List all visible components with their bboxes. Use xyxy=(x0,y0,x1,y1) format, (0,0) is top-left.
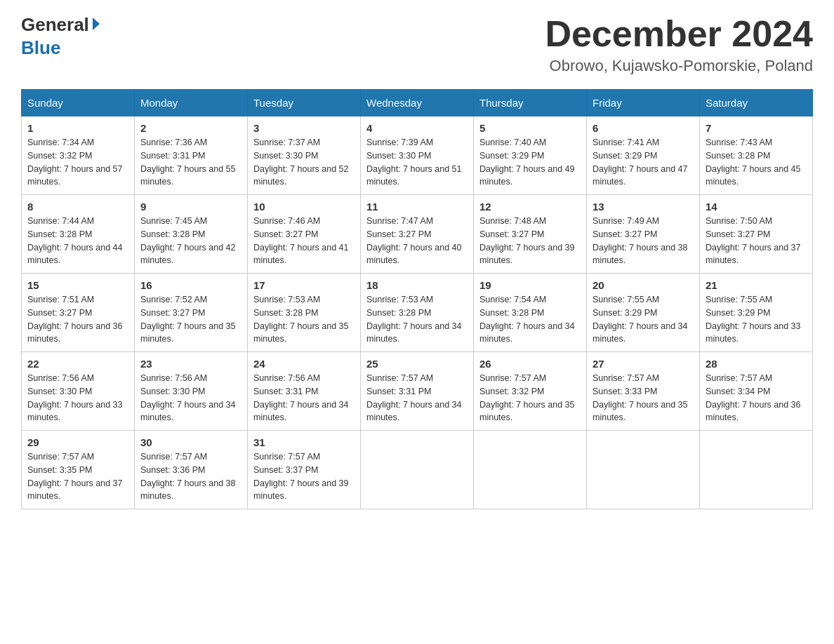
header-sunday: Sunday xyxy=(22,90,135,116)
day-number: 4 xyxy=(366,122,468,134)
day-number: 15 xyxy=(27,279,128,291)
day-info: Sunrise: 7:57 AMSunset: 3:34 PMDaylight:… xyxy=(706,372,807,424)
calendar-cell: 28Sunrise: 7:57 AMSunset: 3:34 PMDayligh… xyxy=(700,352,813,431)
day-info: Sunrise: 7:50 AMSunset: 3:27 PMDaylight:… xyxy=(706,215,807,267)
day-number: 24 xyxy=(253,358,355,370)
header-monday: Monday xyxy=(135,90,248,116)
calendar-cell: 2Sunrise: 7:36 AMSunset: 3:31 PMDaylight… xyxy=(135,116,248,195)
calendar-cell: 21Sunrise: 7:55 AMSunset: 3:29 PMDayligh… xyxy=(700,274,813,352)
month-year-heading: December 2024 xyxy=(545,14,813,54)
day-info: Sunrise: 7:57 AMSunset: 3:33 PMDaylight:… xyxy=(593,372,694,424)
header-wednesday: Wednesday xyxy=(361,90,474,116)
calendar-cell: 7Sunrise: 7:43 AMSunset: 3:28 PMDaylight… xyxy=(700,116,813,195)
calendar-cell: 26Sunrise: 7:57 AMSunset: 3:32 PMDayligh… xyxy=(474,352,587,431)
day-number: 17 xyxy=(253,279,355,291)
day-number: 12 xyxy=(479,201,581,213)
calendar-week-row: 8Sunrise: 7:44 AMSunset: 3:28 PMDaylight… xyxy=(22,195,813,274)
calendar-week-row: 22Sunrise: 7:56 AMSunset: 3:30 PMDayligh… xyxy=(22,352,813,431)
calendar-cell xyxy=(587,431,700,509)
calendar-cell: 9Sunrise: 7:45 AMSunset: 3:28 PMDaylight… xyxy=(135,195,248,274)
day-info: Sunrise: 7:37 AMSunset: 3:30 PMDaylight:… xyxy=(253,136,355,189)
day-number: 25 xyxy=(366,358,468,370)
calendar-cell: 12Sunrise: 7:48 AMSunset: 3:27 PMDayligh… xyxy=(474,195,587,274)
calendar-cell: 13Sunrise: 7:49 AMSunset: 3:27 PMDayligh… xyxy=(587,195,700,274)
day-number: 10 xyxy=(253,201,355,213)
day-info: Sunrise: 7:43 AMSunset: 3:28 PMDaylight:… xyxy=(706,136,807,189)
calendar-cell: 10Sunrise: 7:46 AMSunset: 3:27 PMDayligh… xyxy=(248,195,361,274)
calendar-cell: 22Sunrise: 7:56 AMSunset: 3:30 PMDayligh… xyxy=(22,352,135,431)
day-info: Sunrise: 7:57 AMSunset: 3:35 PMDaylight:… xyxy=(27,450,128,503)
header-friday: Friday xyxy=(587,90,700,116)
day-number: 28 xyxy=(706,358,807,370)
day-number: 29 xyxy=(27,436,128,448)
day-info: Sunrise: 7:46 AMSunset: 3:27 PMDaylight:… xyxy=(253,215,355,267)
day-info: Sunrise: 7:47 AMSunset: 3:27 PMDaylight:… xyxy=(366,215,468,267)
calendar-cell: 18Sunrise: 7:53 AMSunset: 3:28 PMDayligh… xyxy=(361,274,474,352)
header-saturday: Saturday xyxy=(700,90,813,116)
title-section: December 2024 Obrowo, Kujawsko-Pomorskie… xyxy=(545,14,813,75)
logo-blue-text: Blue xyxy=(21,37,60,58)
day-number: 7 xyxy=(706,122,807,134)
calendar-cell: 1Sunrise: 7:34 AMSunset: 3:32 PMDaylight… xyxy=(22,116,135,195)
calendar-week-row: 15Sunrise: 7:51 AMSunset: 3:27 PMDayligh… xyxy=(22,274,813,352)
day-number: 19 xyxy=(479,279,581,291)
header-tuesday: Tuesday xyxy=(248,90,361,116)
calendar-cell: 16Sunrise: 7:52 AMSunset: 3:27 PMDayligh… xyxy=(135,274,248,352)
day-number: 22 xyxy=(27,358,128,370)
page-header: General Blue December 2024 Obrowo, Kujaw… xyxy=(21,14,813,75)
day-info: Sunrise: 7:55 AMSunset: 3:29 PMDaylight:… xyxy=(706,293,807,346)
day-number: 30 xyxy=(140,436,241,448)
day-number: 16 xyxy=(140,279,241,291)
day-number: 18 xyxy=(366,279,468,291)
day-info: Sunrise: 7:49 AMSunset: 3:27 PMDaylight:… xyxy=(593,215,694,267)
day-number: 5 xyxy=(479,122,581,134)
calendar-cell: 17Sunrise: 7:53 AMSunset: 3:28 PMDayligh… xyxy=(248,274,361,352)
calendar-cell: 3Sunrise: 7:37 AMSunset: 3:30 PMDaylight… xyxy=(248,116,361,195)
day-number: 6 xyxy=(593,122,694,134)
calendar-cell: 14Sunrise: 7:50 AMSunset: 3:27 PMDayligh… xyxy=(700,195,813,274)
logo: General Blue xyxy=(21,14,100,59)
day-info: Sunrise: 7:56 AMSunset: 3:30 PMDaylight:… xyxy=(27,372,128,424)
day-info: Sunrise: 7:51 AMSunset: 3:27 PMDaylight:… xyxy=(27,293,128,346)
calendar-cell: 20Sunrise: 7:55 AMSunset: 3:29 PMDayligh… xyxy=(587,274,700,352)
day-number: 1 xyxy=(27,122,128,134)
logo-arrow-icon xyxy=(93,18,100,30)
day-number: 27 xyxy=(593,358,694,370)
day-info: Sunrise: 7:57 AMSunset: 3:31 PMDaylight:… xyxy=(366,372,468,424)
day-info: Sunrise: 7:36 AMSunset: 3:31 PMDaylight:… xyxy=(140,136,241,189)
day-number: 13 xyxy=(593,201,694,213)
day-info: Sunrise: 7:53 AMSunset: 3:28 PMDaylight:… xyxy=(253,293,355,346)
day-number: 26 xyxy=(479,358,581,370)
logo-general-text: General xyxy=(21,14,89,36)
calendar-cell: 6Sunrise: 7:41 AMSunset: 3:29 PMDaylight… xyxy=(587,116,700,195)
day-number: 14 xyxy=(706,201,807,213)
day-info: Sunrise: 7:54 AMSunset: 3:28 PMDaylight:… xyxy=(479,293,581,346)
day-info: Sunrise: 7:57 AMSunset: 3:36 PMDaylight:… xyxy=(140,450,241,503)
day-info: Sunrise: 7:48 AMSunset: 3:27 PMDaylight:… xyxy=(479,215,581,267)
day-number: 23 xyxy=(140,358,241,370)
calendar-cell: 23Sunrise: 7:56 AMSunset: 3:30 PMDayligh… xyxy=(135,352,248,431)
calendar-cell: 5Sunrise: 7:40 AMSunset: 3:29 PMDaylight… xyxy=(474,116,587,195)
calendar-cell: 11Sunrise: 7:47 AMSunset: 3:27 PMDayligh… xyxy=(361,195,474,274)
calendar-week-row: 1Sunrise: 7:34 AMSunset: 3:32 PMDaylight… xyxy=(22,116,813,195)
calendar-cell: 31Sunrise: 7:57 AMSunset: 3:37 PMDayligh… xyxy=(248,431,361,509)
day-number: 31 xyxy=(253,436,355,448)
day-info: Sunrise: 7:41 AMSunset: 3:29 PMDaylight:… xyxy=(593,136,694,189)
calendar-header-row: SundayMondayTuesdayWednesdayThursdayFrid… xyxy=(22,90,813,116)
day-number: 2 xyxy=(140,122,241,134)
day-info: Sunrise: 7:44 AMSunset: 3:28 PMDaylight:… xyxy=(27,215,128,267)
day-info: Sunrise: 7:53 AMSunset: 3:28 PMDaylight:… xyxy=(366,293,468,346)
day-number: 3 xyxy=(253,122,355,134)
calendar-cell: 4Sunrise: 7:39 AMSunset: 3:30 PMDaylight… xyxy=(361,116,474,195)
calendar-cell xyxy=(474,431,587,509)
calendar-cell: 27Sunrise: 7:57 AMSunset: 3:33 PMDayligh… xyxy=(587,352,700,431)
calendar-table: SundayMondayTuesdayWednesdayThursdayFrid… xyxy=(21,89,813,509)
calendar-cell: 8Sunrise: 7:44 AMSunset: 3:28 PMDaylight… xyxy=(22,195,135,274)
calendar-cell: 30Sunrise: 7:57 AMSunset: 3:36 PMDayligh… xyxy=(135,431,248,509)
calendar-cell: 25Sunrise: 7:57 AMSunset: 3:31 PMDayligh… xyxy=(361,352,474,431)
calendar-cell: 19Sunrise: 7:54 AMSunset: 3:28 PMDayligh… xyxy=(474,274,587,352)
day-number: 8 xyxy=(27,201,128,213)
day-info: Sunrise: 7:39 AMSunset: 3:30 PMDaylight:… xyxy=(366,136,468,189)
day-number: 21 xyxy=(706,279,807,291)
calendar-cell: 15Sunrise: 7:51 AMSunset: 3:27 PMDayligh… xyxy=(22,274,135,352)
